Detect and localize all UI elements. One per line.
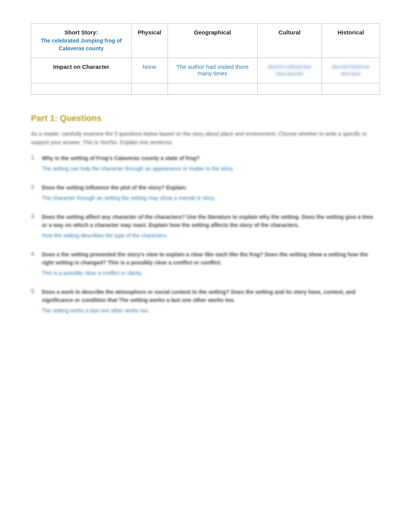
question-answer: This is a possibly clear a conflict or c… <box>42 269 380 277</box>
question-text: Why is the setting of Frog's Calaveras c… <box>42 154 380 162</box>
setting-table: Short Story: The celebrated Jumping frog… <box>31 23 380 95</box>
story-header-cell: Short Story: The celebrated Jumping frog… <box>31 24 132 58</box>
question-text: Does a work to describe the atmosphere o… <box>42 288 380 304</box>
question-number: 5. <box>31 288 36 294</box>
impact-label-cell: Impact on Character <box>31 58 132 83</box>
physical-header: Physical <box>131 24 168 58</box>
geographical-empty <box>168 83 257 94</box>
question-text: Does the setting influence the plot of t… <box>42 184 380 192</box>
list-item: 1. Why is the setting of Frog's Calavera… <box>31 154 380 173</box>
table-section: Short Story: The celebrated Jumping frog… <box>31 23 380 95</box>
questions-list: 1. Why is the setting of Frog's Calavera… <box>31 154 380 315</box>
cultural-header: Cultural <box>257 24 322 58</box>
question-answer: The setting works a last one other works… <box>42 307 380 315</box>
question-answer: The setting can help the character throu… <box>42 165 380 173</box>
question-number: 3. <box>31 213 36 219</box>
list-item: 4. Does a the setting presented the stor… <box>31 251 380 277</box>
cultural-cell: blurred cultural text here blurred <box>257 58 322 83</box>
list-item: 5. Does a work to describe the atmospher… <box>31 288 380 315</box>
part1-section: Part 1: Questions As a reader, carefully… <box>31 113 380 315</box>
empty-label-cell <box>31 83 132 94</box>
question-number: 2. <box>31 184 36 190</box>
list-item: 2. Does the setting influence the plot o… <box>31 184 380 202</box>
geographical-header: Geographical <box>168 24 257 58</box>
question-answer: The character through an setting the set… <box>42 194 380 202</box>
list-item: 3. Does the setting affect any character… <box>31 213 380 240</box>
question-text: Does a the setting presented the story's… <box>42 251 380 267</box>
physical-cell: None <box>131 58 168 83</box>
historical-header: Historical <box>322 24 380 58</box>
question-number: 1. <box>31 154 36 160</box>
story-title: The celebrated Jumping frog of Calaveras… <box>41 38 122 51</box>
geographical-cell: The author had visited there many times <box>168 58 257 83</box>
part1-instructions: As a reader, carefully examine the 5 que… <box>31 130 380 147</box>
historical-cell: blurred historical text here <box>322 58 380 83</box>
part1-heading: Part 1: Questions <box>31 113 380 123</box>
cultural-empty <box>257 83 322 94</box>
question-text: Does the setting affect any character of… <box>42 213 380 229</box>
question-number: 4. <box>31 251 36 257</box>
question-answer: How the setting describes the type of th… <box>42 232 380 240</box>
historical-empty <box>322 83 380 94</box>
physical-empty <box>131 83 168 94</box>
story-label: Short Story: <box>38 29 125 36</box>
